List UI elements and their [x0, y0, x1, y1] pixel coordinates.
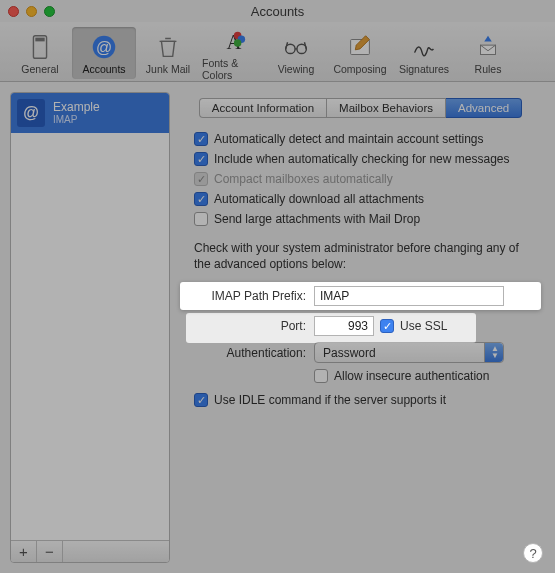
- svg-point-7: [234, 39, 242, 47]
- add-account-button[interactable]: +: [11, 541, 37, 562]
- sidebar-drag-area: [63, 541, 169, 562]
- account-type: IMAP: [53, 114, 100, 125]
- toolbar-label: General: [21, 63, 58, 75]
- option-idle: Use IDLE command if the server supports …: [194, 393, 541, 407]
- prefs-toolbar: General @ Accounts Junk Mail A Fonts & C…: [0, 22, 555, 82]
- toolbar-label: Junk Mail: [146, 63, 190, 75]
- row-allow-insecure: Allow insecure authentication: [180, 369, 541, 383]
- checkbox-use-ssl[interactable]: [380, 319, 394, 333]
- tab-account-information[interactable]: Account Information: [199, 98, 326, 118]
- sidebar-button-bar: + −: [11, 540, 169, 562]
- option-label: Compact mailboxes automatically: [214, 172, 393, 186]
- allow-insecure-label: Allow insecure authentication: [334, 369, 489, 383]
- toolbar-label: Accounts: [82, 63, 125, 75]
- account-name: Example: [53, 101, 100, 114]
- signature-icon: [408, 31, 440, 63]
- accounts-window: Accounts General @ Accounts Junk Mail A …: [0, 0, 555, 573]
- remove-account-button[interactable]: −: [37, 541, 63, 562]
- checkbox-compact: [194, 172, 208, 186]
- accounts-sidebar: @ Example IMAP + −: [10, 92, 170, 563]
- auth-value: Password: [323, 346, 376, 360]
- pane-tabs: Account Information Mailbox Behaviors Ad…: [180, 98, 541, 118]
- at-sign-icon: @: [17, 99, 45, 127]
- checkbox-include-check[interactable]: [194, 152, 208, 166]
- option-label: Automatically download all attachments: [214, 192, 424, 206]
- accounts-list[interactable]: @ Example IMAP: [11, 93, 169, 540]
- admin-note: Check with your system administrator bef…: [194, 240, 527, 272]
- imap-path-prefix-input[interactable]: [314, 286, 504, 306]
- port-input[interactable]: [314, 316, 374, 336]
- option-mail-drop: Send large attachments with Mail Drop: [194, 212, 541, 226]
- fonts-icon: A: [216, 25, 248, 57]
- option-auto-detect: Automatically detect and maintain accoun…: [194, 132, 541, 146]
- general-icon: [24, 31, 56, 63]
- checkbox-auto-download[interactable]: [194, 192, 208, 206]
- trash-icon: [152, 31, 184, 63]
- auth-select[interactable]: Password ▲▼: [314, 342, 504, 363]
- option-label: Send large attachments with Mail Drop: [214, 212, 420, 226]
- option-include-check: Include when automatically checking for …: [194, 152, 541, 166]
- checkbox-mail-drop[interactable]: [194, 212, 208, 226]
- toolbar-rules[interactable]: Rules: [456, 27, 520, 79]
- tab-mailbox-behaviors[interactable]: Mailbox Behaviors: [326, 98, 446, 118]
- row-authentication: Authentication: Password ▲▼: [180, 342, 541, 363]
- port-label: Port:: [180, 319, 314, 333]
- settings-pane: Account Information Mailbox Behaviors Ad…: [180, 92, 545, 563]
- imap-path-prefix-label: IMAP Path Prefix:: [180, 289, 314, 303]
- toolbar-accounts[interactable]: @ Accounts: [72, 27, 136, 79]
- toolbar-label: Signatures: [399, 63, 449, 75]
- content-area: @ Example IMAP + − Account Information M…: [0, 82, 555, 573]
- option-compact: Compact mailboxes automatically: [194, 172, 541, 186]
- rules-icon: [472, 31, 504, 63]
- toolbar-general[interactable]: General: [8, 27, 72, 79]
- toolbar-junk[interactable]: Junk Mail: [136, 27, 200, 79]
- toolbar-fonts[interactable]: A Fonts & Colors: [200, 21, 264, 85]
- toolbar-viewing[interactable]: Viewing: [264, 27, 328, 79]
- checkbox-auto-detect[interactable]: [194, 132, 208, 146]
- svg-text:@: @: [96, 38, 112, 55]
- option-auto-download: Automatically download all attachments: [194, 192, 541, 206]
- checkbox-allow-insecure[interactable]: [314, 369, 328, 383]
- use-ssl-label: Use SSL: [400, 319, 447, 333]
- option-label: Automatically detect and maintain accoun…: [214, 132, 483, 146]
- at-sign-icon: @: [88, 31, 120, 63]
- toolbar-composing[interactable]: Composing: [328, 27, 392, 79]
- account-row-text: Example IMAP: [53, 101, 100, 125]
- account-row-example[interactable]: @ Example IMAP: [11, 93, 169, 133]
- toolbar-label: Rules: [475, 63, 502, 75]
- pencil-icon: [344, 31, 376, 63]
- toolbar-label: Viewing: [278, 63, 315, 75]
- row-imap-path-prefix: IMAP Path Prefix:: [180, 282, 541, 310]
- svg-rect-1: [35, 37, 44, 41]
- tab-advanced[interactable]: Advanced: [446, 98, 522, 118]
- idle-label: Use IDLE command if the server supports …: [214, 393, 446, 407]
- window-title: Accounts: [0, 4, 555, 19]
- toolbar-label: Fonts & Colors: [202, 57, 262, 81]
- help-button[interactable]: ?: [523, 543, 543, 563]
- titlebar: Accounts: [0, 0, 555, 22]
- glasses-icon: [280, 31, 312, 63]
- auth-label: Authentication:: [180, 346, 314, 360]
- toolbar-label: Composing: [333, 63, 386, 75]
- checkbox-idle[interactable]: [194, 393, 208, 407]
- chevron-updown-icon: ▲▼: [491, 345, 499, 359]
- option-label: Include when automatically checking for …: [214, 152, 510, 166]
- toolbar-signatures[interactable]: Signatures: [392, 27, 456, 79]
- row-port: Port: Use SSL: [180, 316, 541, 336]
